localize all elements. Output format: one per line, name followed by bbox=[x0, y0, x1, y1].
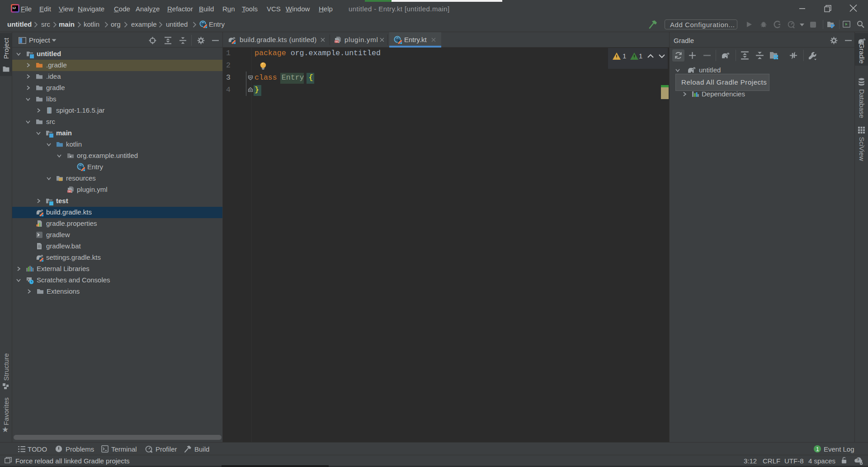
svg-text:?: ? bbox=[857, 457, 859, 462]
svg-text:YML: YML bbox=[67, 191, 72, 193]
svg-text:YML: YML bbox=[335, 41, 339, 43]
